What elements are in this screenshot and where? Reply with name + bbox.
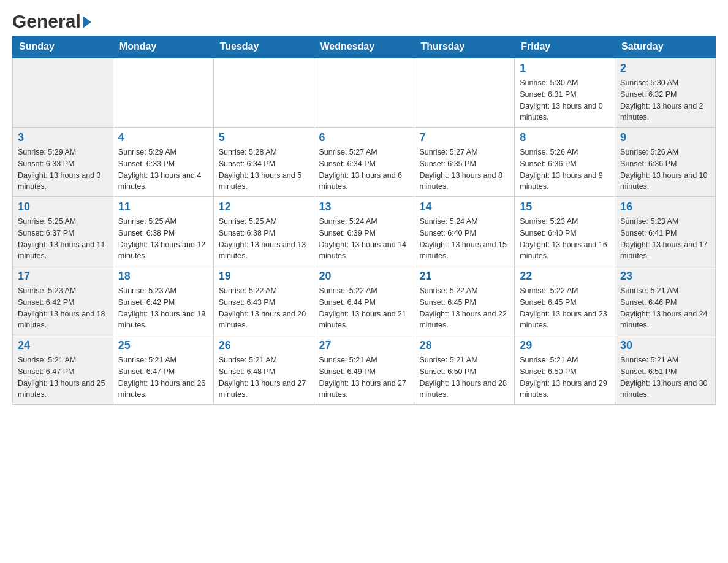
cell-day-number: 27 bbox=[319, 339, 409, 352]
cell-day-number: 13 bbox=[319, 201, 409, 213]
cell-sun-info: Sunrise: 5:22 AMSunset: 6:45 PMDaylight:… bbox=[520, 285, 610, 331]
calendar-header-row: SundayMondayTuesdayWednesdayThursdayFrid… bbox=[13, 36, 716, 58]
cell-sun-info: Sunrise: 5:21 AMSunset: 6:48 PMDaylight:… bbox=[219, 354, 309, 400]
cell-sun-info: Sunrise: 5:21 AMSunset: 6:49 PMDaylight:… bbox=[319, 354, 409, 400]
day-header-wednesday: Wednesday bbox=[314, 36, 414, 58]
cell-sun-info: Sunrise: 5:27 AMSunset: 6:35 PMDaylight:… bbox=[419, 147, 509, 193]
calendar-cell: 6Sunrise: 5:27 AMSunset: 6:34 PMDaylight… bbox=[314, 128, 414, 197]
cell-day-number: 20 bbox=[319, 270, 409, 283]
cell-day-number: 28 bbox=[419, 339, 509, 352]
cell-day-number: 4 bbox=[118, 131, 208, 144]
calendar-cell: 8Sunrise: 5:26 AMSunset: 6:36 PMDaylight… bbox=[515, 128, 615, 197]
calendar-cell bbox=[113, 58, 213, 128]
cell-sun-info: Sunrise: 5:24 AMSunset: 6:40 PMDaylight:… bbox=[419, 216, 509, 262]
cell-sun-info: Sunrise: 5:21 AMSunset: 6:46 PMDaylight:… bbox=[620, 285, 710, 331]
cell-day-number: 2 bbox=[620, 62, 710, 75]
cell-sun-info: Sunrise: 5:23 AMSunset: 6:40 PMDaylight:… bbox=[520, 216, 610, 262]
day-header-thursday: Thursday bbox=[414, 36, 515, 58]
calendar-cell: 12Sunrise: 5:25 AMSunset: 6:38 PMDayligh… bbox=[213, 197, 314, 266]
calendar-cell: 27Sunrise: 5:21 AMSunset: 6:49 PMDayligh… bbox=[314, 335, 414, 405]
calendar-cell: 9Sunrise: 5:26 AMSunset: 6:36 PMDaylight… bbox=[615, 128, 716, 197]
cell-sun-info: Sunrise: 5:29 AMSunset: 6:33 PMDaylight:… bbox=[118, 147, 208, 193]
calendar-cell: 16Sunrise: 5:23 AMSunset: 6:41 PMDayligh… bbox=[615, 197, 716, 266]
cell-sun-info: Sunrise: 5:22 AMSunset: 6:43 PMDaylight:… bbox=[219, 285, 309, 331]
calendar-cell: 2Sunrise: 5:30 AMSunset: 6:32 PMDaylight… bbox=[615, 58, 716, 128]
cell-day-number: 11 bbox=[118, 201, 208, 213]
cell-day-number: 19 bbox=[219, 270, 309, 283]
cell-day-number: 16 bbox=[620, 201, 710, 213]
cell-day-number: 7 bbox=[419, 131, 509, 144]
calendar-week-row: 3Sunrise: 5:29 AMSunset: 6:33 PMDaylight… bbox=[13, 128, 716, 197]
calendar-cell bbox=[213, 58, 314, 128]
logo-general-text: General bbox=[12, 12, 81, 31]
cell-sun-info: Sunrise: 5:21 AMSunset: 6:47 PMDaylight:… bbox=[18, 354, 108, 400]
calendar-cell bbox=[13, 58, 113, 128]
cell-day-number: 25 bbox=[118, 339, 208, 352]
calendar-cell: 21Sunrise: 5:22 AMSunset: 6:45 PMDayligh… bbox=[414, 266, 515, 335]
calendar-table: SundayMondayTuesdayWednesdayThursdayFrid… bbox=[12, 36, 716, 405]
calendar-cell: 22Sunrise: 5:22 AMSunset: 6:45 PMDayligh… bbox=[515, 266, 615, 335]
cell-day-number: 18 bbox=[118, 270, 208, 283]
day-header-saturday: Saturday bbox=[615, 36, 716, 58]
page-header: General bbox=[12, 12, 716, 29]
cell-day-number: 1 bbox=[520, 62, 610, 75]
calendar-cell bbox=[414, 58, 515, 128]
calendar-cell: 5Sunrise: 5:28 AMSunset: 6:34 PMDaylight… bbox=[213, 128, 314, 197]
cell-sun-info: Sunrise: 5:27 AMSunset: 6:34 PMDaylight:… bbox=[319, 147, 409, 193]
calendar-cell: 23Sunrise: 5:21 AMSunset: 6:46 PMDayligh… bbox=[615, 266, 716, 335]
calendar-cell: 4Sunrise: 5:29 AMSunset: 6:33 PMDaylight… bbox=[113, 128, 213, 197]
cell-day-number: 10 bbox=[18, 201, 108, 213]
cell-day-number: 8 bbox=[520, 131, 610, 144]
cell-day-number: 14 bbox=[419, 201, 509, 213]
cell-sun-info: Sunrise: 5:30 AMSunset: 6:31 PMDaylight:… bbox=[520, 77, 610, 123]
calendar-cell: 11Sunrise: 5:25 AMSunset: 6:38 PMDayligh… bbox=[113, 197, 213, 266]
cell-sun-info: Sunrise: 5:26 AMSunset: 6:36 PMDaylight:… bbox=[520, 147, 610, 193]
cell-sun-info: Sunrise: 5:28 AMSunset: 6:34 PMDaylight:… bbox=[219, 147, 309, 193]
calendar-week-row: 10Sunrise: 5:25 AMSunset: 6:37 PMDayligh… bbox=[13, 197, 716, 266]
day-header-friday: Friday bbox=[515, 36, 615, 58]
calendar-cell: 1Sunrise: 5:30 AMSunset: 6:31 PMDaylight… bbox=[515, 58, 615, 128]
calendar-cell: 15Sunrise: 5:23 AMSunset: 6:40 PMDayligh… bbox=[515, 197, 615, 266]
cell-sun-info: Sunrise: 5:21 AMSunset: 6:50 PMDaylight:… bbox=[419, 354, 509, 400]
cell-sun-info: Sunrise: 5:25 AMSunset: 6:37 PMDaylight:… bbox=[18, 216, 108, 262]
cell-day-number: 3 bbox=[18, 131, 108, 144]
day-header-monday: Monday bbox=[113, 36, 213, 58]
calendar-week-row: 24Sunrise: 5:21 AMSunset: 6:47 PMDayligh… bbox=[13, 335, 716, 405]
cell-day-number: 6 bbox=[319, 131, 409, 144]
calendar-cell: 17Sunrise: 5:23 AMSunset: 6:42 PMDayligh… bbox=[13, 266, 113, 335]
calendar-cell: 28Sunrise: 5:21 AMSunset: 6:50 PMDayligh… bbox=[414, 335, 515, 405]
cell-sun-info: Sunrise: 5:21 AMSunset: 6:50 PMDaylight:… bbox=[520, 354, 610, 400]
day-header-tuesday: Tuesday bbox=[213, 36, 314, 58]
cell-sun-info: Sunrise: 5:26 AMSunset: 6:36 PMDaylight:… bbox=[620, 147, 710, 193]
cell-day-number: 21 bbox=[419, 270, 509, 283]
calendar-week-row: 17Sunrise: 5:23 AMSunset: 6:42 PMDayligh… bbox=[13, 266, 716, 335]
calendar-cell: 25Sunrise: 5:21 AMSunset: 6:47 PMDayligh… bbox=[113, 335, 213, 405]
calendar-cell: 18Sunrise: 5:23 AMSunset: 6:42 PMDayligh… bbox=[113, 266, 213, 335]
cell-day-number: 30 bbox=[620, 339, 710, 352]
cell-day-number: 22 bbox=[520, 270, 610, 283]
cell-day-number: 9 bbox=[620, 131, 710, 144]
calendar-cell: 7Sunrise: 5:27 AMSunset: 6:35 PMDaylight… bbox=[414, 128, 515, 197]
cell-sun-info: Sunrise: 5:22 AMSunset: 6:45 PMDaylight:… bbox=[419, 285, 509, 331]
cell-sun-info: Sunrise: 5:22 AMSunset: 6:44 PMDaylight:… bbox=[319, 285, 409, 331]
day-header-sunday: Sunday bbox=[13, 36, 113, 58]
cell-sun-info: Sunrise: 5:21 AMSunset: 6:47 PMDaylight:… bbox=[118, 354, 208, 400]
cell-sun-info: Sunrise: 5:23 AMSunset: 6:42 PMDaylight:… bbox=[18, 285, 108, 331]
cell-day-number: 23 bbox=[620, 270, 710, 283]
calendar-cell bbox=[314, 58, 414, 128]
calendar-cell: 19Sunrise: 5:22 AMSunset: 6:43 PMDayligh… bbox=[213, 266, 314, 335]
logo: General bbox=[12, 12, 91, 29]
calendar-cell: 26Sunrise: 5:21 AMSunset: 6:48 PMDayligh… bbox=[213, 335, 314, 405]
cell-day-number: 26 bbox=[219, 339, 309, 352]
calendar-cell: 13Sunrise: 5:24 AMSunset: 6:39 PMDayligh… bbox=[314, 197, 414, 266]
cell-sun-info: Sunrise: 5:29 AMSunset: 6:33 PMDaylight:… bbox=[18, 147, 108, 193]
calendar-cell: 24Sunrise: 5:21 AMSunset: 6:47 PMDayligh… bbox=[13, 335, 113, 405]
calendar-cell: 30Sunrise: 5:21 AMSunset: 6:51 PMDayligh… bbox=[615, 335, 716, 405]
calendar-week-row: 1Sunrise: 5:30 AMSunset: 6:31 PMDaylight… bbox=[13, 58, 716, 128]
cell-sun-info: Sunrise: 5:21 AMSunset: 6:51 PMDaylight:… bbox=[620, 354, 710, 400]
cell-sun-info: Sunrise: 5:23 AMSunset: 6:42 PMDaylight:… bbox=[118, 285, 208, 331]
cell-day-number: 24 bbox=[18, 339, 108, 352]
cell-sun-info: Sunrise: 5:23 AMSunset: 6:41 PMDaylight:… bbox=[620, 216, 710, 262]
cell-day-number: 12 bbox=[219, 201, 309, 213]
calendar-cell: 29Sunrise: 5:21 AMSunset: 6:50 PMDayligh… bbox=[515, 335, 615, 405]
